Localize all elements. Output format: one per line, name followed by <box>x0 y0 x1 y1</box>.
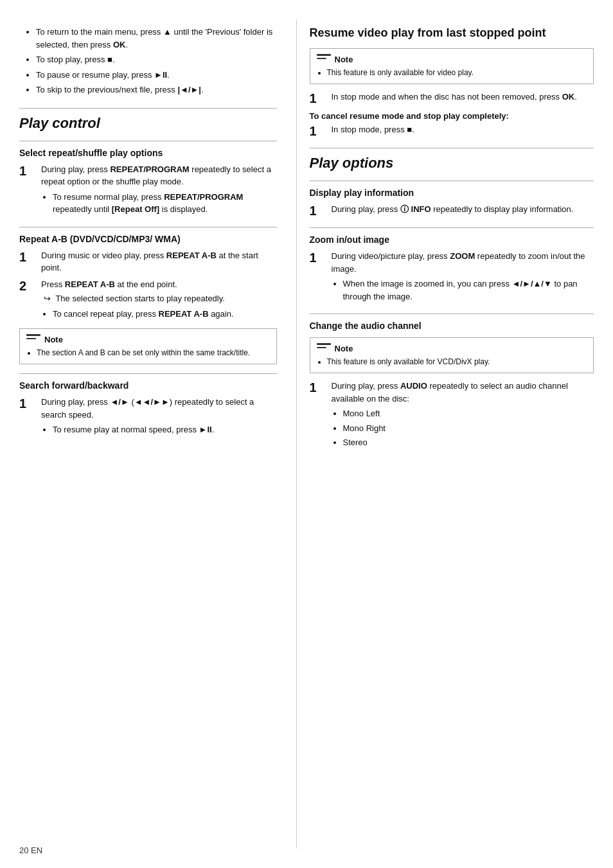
page-number: 20 EN <box>19 846 42 855</box>
page-footer: 20 EN <box>19 846 42 855</box>
top-bullets-section: To return to the main menu, press ▲ unti… <box>19 26 277 96</box>
note-icon-resume <box>317 54 331 64</box>
divider-audio <box>310 314 594 314</box>
note-box-audio: Note This feature is only available for … <box>310 337 594 373</box>
sub-bullet-zoom: When the image is zoomed in, you can pre… <box>343 278 594 303</box>
step-num-display-1: 1 <box>310 203 328 218</box>
step-num-resume-1: 1 <box>310 91 328 106</box>
note-list-resume: This feature is only available for video… <box>317 67 587 78</box>
step-search-1: 1 During play, press ◄/► (◄◄/►►) repeate… <box>19 396 277 438</box>
step-num-cancel-1: 1 <box>310 123 328 139</box>
divider-repeat-ab <box>19 227 277 227</box>
play-options-title: Play options <box>310 155 594 172</box>
sub-bullet-cancel-repeat: To cancel repeat play, press REPEAT A-B … <box>53 308 277 321</box>
zoom-title: Zoom in/out image <box>310 235 594 245</box>
search-title: Search forward/backward <box>19 380 277 391</box>
step-num-1: 1 <box>19 163 37 179</box>
step-content-ab-2: Press REPEAT A-B at the end point. ↪ The… <box>41 278 277 323</box>
arrow-icon: ↪ <box>44 292 51 305</box>
step-content-zoom-1: During video/picture play, press ZOOM re… <box>332 250 594 305</box>
audio-mono-left: Mono Left <box>343 407 594 420</box>
top-bullets-list: To return to the main menu, press ▲ unti… <box>24 26 277 96</box>
divider-select-repeat <box>19 141 277 141</box>
change-audio-title: Change the audio channel <box>310 321 594 331</box>
note-list-repeat-ab: The section A and B can be set only with… <box>26 347 270 359</box>
step-content-search-1: During play, press ◄/► (◄◄/►►) repeatedl… <box>41 396 277 438</box>
step-zoom-1: 1 During video/picture play, press ZOOM … <box>310 250 594 305</box>
right-column: Resume video play from last stopped poin… <box>296 19 594 849</box>
divider-zoom <box>310 227 594 228</box>
bullet-2: To stop play, press ■. <box>36 53 277 66</box>
repeat-ab-title: Repeat A-B (DVD/VCD/CD/MP3/ WMA) <box>19 234 277 244</box>
step-num-ab-2: 2 <box>19 278 37 294</box>
bullet-3: To pause or resume play, press ►II. <box>36 69 277 82</box>
step-cancel-resume-1: 1 In stop mode, press ■. <box>310 123 594 139</box>
step-content-resume-1: In stop mode and when the disc has not b… <box>332 91 594 103</box>
note-icon-audio <box>317 343 331 353</box>
note-box-repeat-ab: Note The section A and B can be set only… <box>19 328 277 364</box>
audio-stereo: Stereo <box>343 436 594 449</box>
step-repeat-ab-1: 1 During music or video play, press REPE… <box>19 249 277 274</box>
step-select-repeat-1: 1 During play, press REPEAT/PROGRAM repe… <box>19 163 277 218</box>
display-play-title: Display play information <box>310 188 594 198</box>
divider-display-play <box>310 181 594 181</box>
step-audio-1: 1 During play, press AUDIO repeatedly to… <box>310 380 594 451</box>
note-header-audio: Note <box>317 343 587 353</box>
divider-search <box>19 373 277 374</box>
step-num-search-1: 1 <box>19 396 37 411</box>
page: To return to the main menu, press ▲ unti… <box>0 0 613 868</box>
step-content-1: During play, press REPEAT/PROGRAM repeat… <box>41 163 277 218</box>
sub-bullet-resume-normal: To resume normal play, press REPEAT/PROG… <box>53 191 277 216</box>
step-num-zoom-1: 1 <box>310 250 328 265</box>
select-repeat-title: Select repeat/shuffle play options <box>19 148 277 158</box>
step-resume-1: 1 In stop mode and when the disc has not… <box>310 91 594 106</box>
audio-steps: 1 During play, press AUDIO repeatedly to… <box>310 380 594 451</box>
play-options-section: Play options Display play information 1 … <box>310 155 594 451</box>
left-column: To return to the main menu, press ▲ unti… <box>19 19 296 849</box>
step-display-1: 1 During play, press ⓘ INFO repeatedly t… <box>310 203 594 218</box>
bullet-4: To skip to the previous/next file, press… <box>36 84 277 96</box>
resume-section: Resume video play from last stopped poin… <box>310 19 594 139</box>
step-content-cancel-1: In stop mode, press ■. <box>332 123 594 136</box>
bullet-1: To return to the main menu, press ▲ unti… <box>36 26 277 51</box>
note-list-audio: This feature is only available for VCD/D… <box>317 356 587 368</box>
sub-bullet-search-resume: To resume play at normal speed, press ►I… <box>53 423 277 436</box>
audio-mono-right: Mono Right <box>343 422 594 435</box>
step-content-audio-1: During play, press AUDIO repeatedly to s… <box>332 380 594 451</box>
note-header-repeat-ab: Note <box>26 334 270 344</box>
note-item-repeat-ab-1: The section A and B can be set only with… <box>37 347 270 359</box>
step-content-ab-1: During music or video play, press REPEAT… <box>41 249 277 274</box>
step-content-display-1: During play, press ⓘ INFO repeatedly to … <box>332 203 594 216</box>
step-num-ab-1: 1 <box>19 249 37 265</box>
resume-steps: 1 In stop mode and when the disc has not… <box>310 91 594 106</box>
play-control-title: Play control <box>19 115 277 132</box>
divider-play-control <box>19 108 277 109</box>
divider-play-options <box>310 148 594 148</box>
step-repeat-ab-2: 2 Press REPEAT A-B at the end point. ↪ T… <box>19 278 277 323</box>
note-item-audio-1: This feature is only available for VCD/D… <box>327 356 587 368</box>
note-box-resume: Note This feature is only available for … <box>310 48 594 84</box>
step-num-audio-1: 1 <box>310 380 328 395</box>
cancel-resume-label-container: To cancel resume mode and stop play comp… <box>310 111 594 121</box>
cancel-resume-label: To cancel resume mode and stop play comp… <box>310 111 594 121</box>
resume-title: Resume video play from last stopped poin… <box>310 26 594 40</box>
note-header-resume: Note <box>317 54 587 64</box>
note-item-resume-1: This feature is only available for video… <box>327 67 587 78</box>
note-icon-repeat-ab <box>26 334 40 344</box>
